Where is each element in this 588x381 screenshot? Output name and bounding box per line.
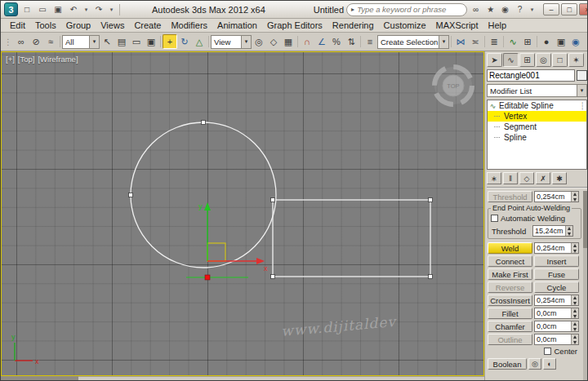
align-icon[interactable]: ≍ <box>468 34 483 49</box>
select-and-move-icon[interactable]: + <box>163 34 177 49</box>
menu-help[interactable]: Help <box>483 20 512 31</box>
viewport-top[interactable]: [+] [Top] [Wireframe] <box>1 51 484 376</box>
make-unique-icon[interactable]: ◇ <box>519 172 534 184</box>
viewport-menu-pov[interactable]: [Top] <box>18 55 35 64</box>
make-first-button[interactable]: Make First <box>488 268 532 280</box>
stack-item-vertex[interactable]: Vertex <box>488 111 586 122</box>
favorites-star-icon[interactable]: ★ <box>484 5 497 14</box>
select-by-name-icon[interactable]: ▤ <box>114 34 129 49</box>
app-menu-button[interactable]: 3 <box>4 2 18 16</box>
chamfer-button[interactable]: Chamfer <box>488 321 532 332</box>
transform-gizmo[interactable]: y x <box>186 202 268 280</box>
reference-coordinate-dropdown[interactable]: View ▾ <box>211 35 252 49</box>
show-end-result-icon[interactable]: ‖ <box>503 172 518 184</box>
rollout-scrollbar[interactable] <box>583 191 587 380</box>
modifier-list-dropdown[interactable]: Modifier List ▾ <box>487 84 587 97</box>
undo-icon[interactable]: ↶ <box>67 3 80 16</box>
object-name-field[interactable] <box>487 69 575 82</box>
stack-item-segment[interactable]: Segment <box>488 122 586 132</box>
spinner-arrows[interactable] <box>571 243 578 253</box>
use-pivot-center-icon[interactable]: ◎ <box>252 34 266 49</box>
select-and-rotate-icon[interactable]: ↻ <box>177 34 192 49</box>
gizmo-x-arrowhead[interactable] <box>256 258 265 264</box>
configure-modifier-sets-icon[interactable]: ✱ <box>552 172 567 184</box>
weld-spinner[interactable]: 0,254cm <box>534 242 579 254</box>
menu-modifiers[interactable]: Modifiers <box>166 20 212 31</box>
search-input[interactable] <box>357 5 462 14</box>
tab-hierarchy-icon[interactable]: ⊞ <box>519 53 535 67</box>
menu-edit[interactable]: Edit <box>5 20 30 31</box>
mirror-icon[interactable]: ⋈ <box>453 34 468 49</box>
unlink-selection-icon[interactable]: ⊘ <box>29 34 43 49</box>
percent-snap-icon[interactable]: % <box>329 34 344 49</box>
crossinsert-button[interactable]: CrossInsert <box>488 295 532 306</box>
insert-button[interactable]: Insert <box>534 255 579 267</box>
stack-corner-icon[interactable]: ┆ <box>581 102 585 110</box>
menu-customize[interactable]: Customize <box>379 20 431 31</box>
viewport-menu-shading[interactable]: [Wireframe] <box>38 55 78 64</box>
menu-animation[interactable]: Animation <box>212 20 262 31</box>
render-setup-icon[interactable]: ● <box>539 34 554 49</box>
stack-item-editable-spline[interactable]: ∿ Editable Spline ┆ <box>488 100 586 111</box>
infocenter-search[interactable]: ▸ <box>346 3 467 16</box>
help-icon[interactable]: ? <box>514 5 526 14</box>
redo-icon[interactable]: ↷ <box>92 3 105 16</box>
spline-shape[interactable] <box>131 122 430 277</box>
cycle-button[interactable]: Cycle <box>534 281 579 293</box>
fillet-spinner[interactable]: 0,0cm <box>534 308 579 319</box>
search-binoculars-icon[interactable]: ∞ <box>470 5 482 14</box>
spinner-arrows[interactable] <box>571 334 578 344</box>
rendered-frame-icon[interactable]: ▣ <box>554 34 568 49</box>
selection-region-icon[interactable]: ▭ <box>129 34 144 49</box>
menu-views[interactable]: Views <box>96 20 129 31</box>
spinner-arrows[interactable] <box>565 226 572 236</box>
toolbar-handle[interactable]: ⋮ <box>4 38 12 47</box>
undo-dropdown-icon[interactable]: ▾ <box>82 3 90 16</box>
save-file-icon[interactable]: ▣ <box>51 3 65 16</box>
angle-snap-icon[interactable]: ∠ <box>314 34 329 49</box>
new-scene-icon[interactable]: □ <box>20 3 33 16</box>
minimize-button[interactable]: – <box>543 3 559 16</box>
scrollbar-thumb[interactable] <box>583 191 587 248</box>
object-color-swatch[interactable] <box>577 70 587 81</box>
connect-button[interactable]: Connect <box>488 255 532 267</box>
render-production-icon[interactable]: ◉ <box>568 34 583 49</box>
spinner-arrows[interactable] <box>571 321 578 331</box>
select-and-link-icon[interactable]: ∞ <box>14 34 29 49</box>
window-crossing-icon[interactable]: ▣ <box>144 34 158 49</box>
chamfer-spinner[interactable]: 0,0cm <box>534 321 579 332</box>
spinner-snap-icon[interactable]: ⇅ <box>344 34 359 49</box>
selected-vertex[interactable] <box>205 275 210 280</box>
viewcube[interactable]: TOP <box>434 67 472 104</box>
edit-named-selections-icon[interactable]: ≡ <box>363 34 377 49</box>
gizmo-y-arrowhead[interactable] <box>204 202 211 210</box>
tab-motion-icon[interactable]: ◎ <box>536 53 551 67</box>
communication-center-icon[interactable]: ◉ <box>499 5 511 14</box>
spinner-arrows[interactable] <box>571 308 578 318</box>
help-dropdown-icon[interactable]: ▾ <box>528 3 536 16</box>
curve-editor-icon[interactable]: ∿ <box>506 34 520 49</box>
tab-modify-icon[interactable]: ∿ <box>503 53 519 67</box>
boolean-subtract-icon[interactable]: ◐ <box>543 358 556 370</box>
spinner-arrows[interactable] <box>571 295 578 305</box>
select-object-icon[interactable]: ↖ <box>100 34 114 49</box>
keyboard-override-icon[interactable]: ▦ <box>281 34 296 49</box>
maximize-button[interactable]: □ <box>561 3 577 16</box>
bind-to-spacewarp-icon[interactable]: ≈ <box>43 34 58 49</box>
menu-graph-editors[interactable]: Graph Editors <box>262 20 327 31</box>
select-and-scale-icon[interactable]: △ <box>192 34 207 49</box>
selection-filter-dropdown[interactable]: All ▾ <box>62 35 100 49</box>
select-and-manipulate-icon[interactable]: ◇ <box>266 34 281 49</box>
tab-utilities-icon[interactable]: ✶ <box>568 53 584 67</box>
boolean-union-icon[interactable]: ◎ <box>528 358 541 370</box>
menu-create[interactable]: Create <box>129 20 166 31</box>
viewport-canvas[interactable]: y x TOP <box>2 52 483 375</box>
pin-stack-icon[interactable]: ∗ <box>487 172 501 184</box>
crossinsert-spinner[interactable]: 0,254cm <box>534 295 579 306</box>
weld-button[interactable]: Weld <box>488 242 532 254</box>
fuse-button[interactable]: Fuse <box>534 268 579 280</box>
viewport-menu-general[interactable]: [+] <box>6 55 15 64</box>
tab-display-icon[interactable]: □ <box>552 53 568 67</box>
menu-rendering[interactable]: Rendering <box>327 20 379 31</box>
boolean-button[interactable]: Boolean <box>488 358 527 370</box>
